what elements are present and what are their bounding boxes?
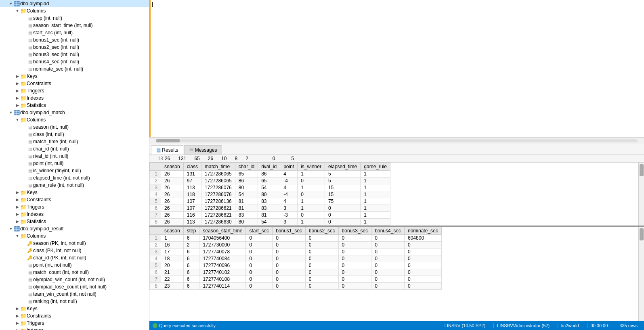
scroll-thumb[interactable] [156, 139, 180, 142]
tree-node-keys-match[interactable]: ▶ 📁 Keys [0, 189, 149, 196]
table-row: 826113172728663080543101 [150, 219, 390, 226]
tree-node-result-losecount[interactable]: ▤ olympiad_lose_count (int, not null) [0, 283, 149, 290]
expand-icon[interactable]: ▶ [15, 102, 20, 108]
status-dot [153, 323, 157, 328]
data-cell: 97 [183, 178, 201, 184]
tree-label: olympiad_lose_count (int, not null) [33, 284, 107, 290]
horizontal-scrollbar[interactable] [149, 137, 644, 144]
spacer [21, 262, 27, 268]
tree-node-match-iswinner[interactable]: ▤ is_winner (tinyint, null) [0, 167, 149, 174]
tree-node-match-elapsed[interactable]: ▤ elapsed_time (int, not null) [0, 174, 149, 182]
tree-node-constraints-olympiad[interactable]: ▶ 📁 Constraints [0, 80, 149, 87]
expand-icon[interactable]: ▶ [15, 204, 20, 210]
tree-node-indexes-olympiad[interactable]: ▶ 📁 Indexes [0, 94, 149, 102]
tree-node-result-ranking[interactable]: ▤ ranking (int, not null) [0, 298, 149, 305]
expand-icon[interactable]: ▶ [15, 95, 20, 101]
tree-node-match-time[interactable]: ▤ match_time (int, null) [0, 138, 149, 145]
tree-node-columns-olympiad[interactable]: ▼ 📁 Columns [0, 7, 149, 15]
tree-node-keys-olympiad[interactable]: ▶ 📁 Keys [0, 73, 149, 80]
tree-node-col-start-sec[interactable]: ▤ start_sec (int, null) [0, 29, 149, 36]
tree-node-result-class[interactable]: 🔑 class (PK, int, not null) [0, 247, 149, 254]
scroll-track[interactable] [156, 139, 638, 142]
tree-node-keys-result[interactable]: ▶ 📁 Keys [0, 305, 149, 312]
tab-messages[interactable]: ✉ Messages [184, 145, 222, 155]
tree-node-dbo-olympiad[interactable]: ▼ dbo.olympiad [0, 0, 149, 7]
tree-node-triggers-result[interactable]: ▶ 📁 Triggers [0, 320, 149, 327]
result-table2-area[interactable]: season step season_start_time start_sec … [149, 227, 638, 321]
tree-node-columns-match[interactable]: ▼ 📁 Columns [0, 116, 149, 123]
tree-node-statistics-olympiad[interactable]: ▶ 📁 Statistics [0, 102, 149, 109]
spacer [21, 44, 27, 50]
tree-node-match-gamerule[interactable]: ▤ game_rule (int, not null) [0, 182, 149, 189]
expand-icon[interactable]: ▼ [15, 233, 20, 239]
vscroll-table1[interactable] [638, 163, 644, 226]
vscroll-table2[interactable] [638, 227, 644, 321]
tree-node-statistics-match[interactable]: ▶ 📁 Statistics [0, 218, 149, 225]
tree-node-match-point[interactable]: ▤ point (int, null) [0, 160, 149, 167]
expand-icon[interactable]: ▶ [15, 328, 20, 330]
row-num-cell: 1 [150, 235, 161, 242]
tree-node-match-season[interactable]: ▤ season (int, null) [0, 123, 149, 131]
expand-icon[interactable]: ▼ [15, 117, 20, 123]
vscroll-thumb-table1[interactable] [640, 164, 644, 176]
tree-node-constraints-match[interactable]: ▶ 📁 Constraints [0, 196, 149, 203]
tree-node-dbo-match[interactable]: ▼ dbo.olympiad_match [0, 109, 149, 116]
tree-node-result-matchcount[interactable]: ▤ match_count (int, not null) [0, 269, 149, 276]
expand-icon[interactable]: ▶ [15, 73, 20, 79]
expand-icon[interactable]: ▶ [15, 190, 20, 195]
tab-messages-label: Messages [195, 147, 217, 153]
sql-editor[interactable] [149, 0, 644, 137]
tree-node-match-charid[interactable]: ▤ char_id (int, null) [0, 145, 149, 152]
left-panel[interactable]: ▼ dbo.olympiad ▼ 📁 Columns ▤ step (int, … [0, 0, 149, 330]
data-cell: 0 [273, 276, 306, 283]
expand-icon[interactable]: ▼ [15, 8, 20, 14]
expand-icon[interactable]: ▶ [15, 219, 20, 224]
tree-node-dbo-result[interactable]: ▼ dbo.olympiad_result [0, 225, 149, 232]
tree-node-match-rivalid[interactable]: ▤ rival_id (int, null) [0, 152, 149, 160]
expand-icon[interactable]: ▶ [15, 88, 20, 94]
tab-results-label: Results [162, 147, 178, 153]
tree-node-col-bonus2[interactable]: ▤ bonus2_sec (int, null) [0, 44, 149, 51]
row-num-cell: 1 [150, 171, 161, 178]
vscroll-thumb-table2[interactable] [640, 228, 644, 240]
data-cell: 26 [161, 212, 184, 219]
tree-node-result-point[interactable]: ▤ point (int, not null) [0, 261, 149, 269]
tree-label: is_winner (tinyint, null) [33, 168, 81, 173]
tree-node-constraints-result[interactable]: ▶ 📁 Constraints [0, 312, 149, 320]
data-cell: 6 [183, 255, 199, 262]
tree-node-col-step[interactable]: ▤ step (int, null) [0, 15, 149, 22]
tree-node-col-season-start[interactable]: ▤ season_start_time (int, null) [0, 22, 149, 29]
tree-node-result-season[interactable]: 🔑 season (PK, int, not null) [0, 240, 149, 247]
tree-node-indexes-match[interactable]: ▶ 📁 Indexes [0, 211, 149, 218]
main-container: ▼ dbo.olympiad ▼ 📁 Columns ▤ step (int, … [0, 0, 644, 330]
column-icon: ▤ [27, 51, 33, 58]
expand-icon[interactable]: ▶ [15, 81, 20, 86]
expand-icon[interactable]: ▶ [15, 197, 20, 203]
tree-node-col-bonus4[interactable]: ▤ bonus4_sec (int, null) [0, 58, 149, 65]
tree-label: Statistics [27, 219, 46, 224]
tree-node-triggers-olympiad[interactable]: ▶ 📁 Triggers [0, 87, 149, 94]
tree-node-result-charid[interactable]: 🔑 char_id (PK, int, not null) [0, 254, 149, 261]
tree-node-columns-result[interactable]: ▼ 📁 Columns [0, 232, 149, 240]
expand-icon[interactable]: ▼ [8, 110, 14, 115]
tree-node-indexes-result[interactable]: ▶ 📁 Indexes [0, 327, 149, 330]
result-table1-area[interactable]: season class match_time char_id rival_id… [149, 163, 638, 226]
tree-node-col-bonus3[interactable]: ▤ bonus3_sec (int, null) [0, 51, 149, 58]
expand-icon[interactable]: ▶ [15, 313, 20, 319]
expand-icon[interactable]: ▶ [15, 306, 20, 311]
tab-results[interactable]: ▤ Results [151, 145, 183, 155]
data-cell: 1 [361, 212, 390, 219]
data-cell: 1727740078 [199, 249, 246, 255]
expand-icon[interactable]: ▼ [8, 226, 14, 232]
tree-node-result-teamwin[interactable]: ▤ team_win_count (int, not null) [0, 290, 149, 298]
col2-header-bonus2: bonus2_sec [305, 227, 338, 235]
expand-icon[interactable]: ▶ [15, 211, 20, 217]
tree-node-triggers-match[interactable]: ▶ 📁 Triggers [0, 203, 149, 211]
tree-node-result-wincount[interactable]: ▤ olympiad_win_count (int, not null) [0, 276, 149, 283]
data-cell: 5 [325, 178, 360, 184]
tree-node-col-bonus1[interactable]: ▤ bonus1_sec (int, null) [0, 36, 149, 44]
expand-icon[interactable]: ▶ [15, 320, 20, 326]
tree-node-match-class[interactable]: ▤ class (int, null) [0, 131, 149, 138]
tree-node-col-nominate[interactable]: ▤ nominate_sec (int, null) [0, 65, 149, 73]
expand-icon[interactable]: ▼ [8, 1, 14, 6]
